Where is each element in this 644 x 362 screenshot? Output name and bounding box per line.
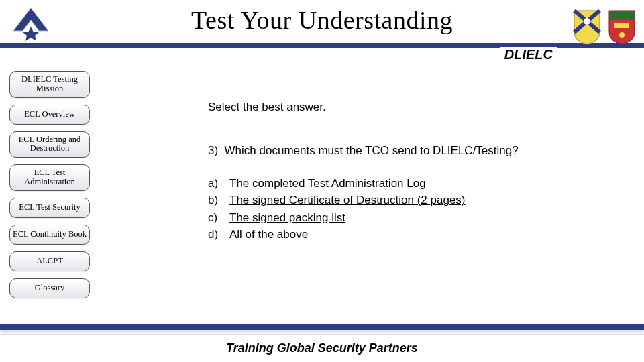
unit-crest-icon	[606, 8, 637, 46]
option-c[interactable]: c) The signed packing list	[208, 209, 604, 227]
question-body: Which documents must the TCO send to DLI…	[225, 144, 519, 157]
option-letter: b)	[208, 192, 223, 209]
sidebar-item-dlielc-testing-mission[interactable]: DLIELC Testing Mission	[9, 71, 90, 98]
option-text: All of the above	[229, 226, 308, 243]
option-letter: d)	[208, 226, 223, 243]
option-letter: c)	[208, 209, 223, 227]
option-a[interactable]: a) The completed Test Administration Log	[208, 175, 604, 192]
sidebar: DLIELC Testing Mission ECL Overview ECL …	[9, 71, 90, 298]
sidebar-item-ecl-continuity-book[interactable]: ECL Continuity Book	[9, 225, 90, 245]
option-letter: a)	[208, 175, 223, 192]
unit-crests	[564, 0, 637, 54]
svg-rect-2	[609, 11, 635, 20]
answer-options: a) The completed Test Administration Log…	[208, 175, 604, 243]
question-content: Select the best answer. 3) Which documen…	[208, 101, 604, 243]
flag-crest-icon	[572, 8, 602, 46]
header: Test Your Understanding DLIELC	[0, 0, 644, 54]
sidebar-item-ecl-test-administration[interactable]: ECL Test Administration	[9, 164, 90, 191]
sidebar-item-glossary[interactable]: Glossary	[9, 278, 90, 298]
subbrand-label: DLIELC	[500, 47, 557, 62]
option-text: The signed packing list	[229, 209, 345, 227]
question-number: 3)	[208, 144, 218, 157]
prompt-text: Select the best answer.	[208, 101, 604, 114]
sidebar-item-alcpt[interactable]: ALCPT	[9, 251, 90, 272]
sidebar-item-ecl-ordering-destruction[interactable]: ECL Ordering and Destruction	[9, 131, 90, 158]
option-text: The completed Test Administration Log	[229, 175, 426, 192]
option-text: The signed Certificate of Destruction (2…	[229, 192, 466, 209]
question-text: 3) Which documents must the TCO send to …	[208, 143, 604, 159]
footer-divider-shadow	[0, 334, 644, 335]
footer-tagline: Training Global Security Partners	[0, 341, 644, 355]
sidebar-item-ecl-test-security[interactable]: ECL Test Security	[9, 198, 90, 218]
sidebar-item-ecl-overview[interactable]: ECL Overview	[9, 105, 90, 125]
option-d[interactable]: d) All of the above	[208, 226, 604, 243]
footer-divider	[0, 324, 644, 330]
page-title: Test Your Understanding	[0, 5, 644, 35]
option-b[interactable]: b) The signed Certificate of Destruction…	[208, 192, 604, 209]
svg-point-1	[584, 18, 590, 25]
svg-point-3	[619, 32, 625, 38]
